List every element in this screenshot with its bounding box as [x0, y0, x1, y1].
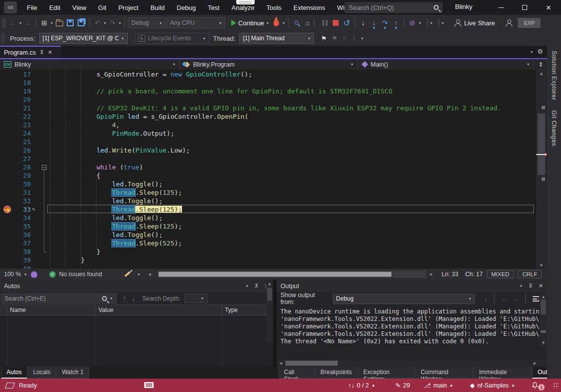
chevron-down-icon[interactable]: ▾ — [361, 36, 364, 41]
branch-selector[interactable]: ⎇ main ▲ — [424, 382, 453, 389]
new-item-dropdown[interactable]: ▾ — [50, 21, 53, 25]
goto-message-button[interactable]: ↓ — [484, 295, 487, 302]
output-vertical-scrollbar[interactable]: ▲ ▼ — [540, 293, 547, 346]
tab-watch-1[interactable]: Watch 1 — [56, 367, 89, 379]
toolbar-overflow[interactable] — [313, 19, 316, 27]
code-line-29[interactable]: 29 { — [0, 171, 536, 180]
toolbar-overflow[interactable] — [426, 19, 429, 27]
search-down-button[interactable]: ↓ — [131, 294, 135, 303]
autos-scrollbar[interactable]: ▲ — [266, 280, 273, 342]
navigate-back-button[interactable]: ← — [8, 17, 18, 29]
continue-dropdown[interactable]: ▾ — [266, 21, 269, 25]
live-share-button[interactable]: Live Share — [453, 17, 496, 29]
code-line-23[interactable]: 23 4, — [0, 121, 536, 129]
pin-icon[interactable]: ⊼ — [255, 283, 259, 289]
scroll-left-icon[interactable]: ◄ — [147, 272, 152, 277]
zoom-dropdown[interactable]: 100 % ▾ — [0, 271, 31, 278]
step-into-button[interactable]: ↓ — [369, 17, 379, 29]
panel-splitter[interactable] — [273, 280, 277, 367]
code-line-31[interactable]: 31 Thread.Sleep(125); — [0, 188, 536, 197]
restart-button[interactable]: ↺ — [342, 17, 352, 29]
menu-tools[interactable]: Tools — [262, 2, 286, 13]
editor-horizontal-scrollbar[interactable] — [158, 271, 426, 278]
repo-selector[interactable]: ◆ nf-Samples ▲ — [470, 382, 515, 389]
configuration-dropdown[interactable]: Debug ▾ — [128, 17, 166, 28]
gear-icon[interactable]: ⚙ — [537, 48, 543, 55]
process-dropdown[interactable]: [1] ESP_WROVER_KIT @ COM10 ▾ — [39, 33, 128, 44]
output-horizontal-scrollbar[interactable]: ◄ ► — [277, 360, 547, 367]
navigate-back-dropdown[interactable]: ▾ — [19, 21, 22, 25]
scroll-right-icon[interactable]: ► — [533, 361, 537, 366]
open-file-button[interactable] — [54, 17, 64, 29]
side-tab-solution-explorer[interactable]: Solution Explorer — [547, 46, 561, 105]
tab-exception-settings[interactable]: Exception Settings — [358, 367, 415, 379]
menu-build[interactable]: Build — [145, 2, 170, 13]
code-line-26[interactable]: 26 led.Write(PinValue.Low); — [0, 146, 536, 155]
step-over-button[interactable]: ↷ — [380, 17, 390, 29]
debug-toolbar-overflow[interactable]: ▾ — [418, 21, 421, 25]
chevron-down-icon[interactable]: ▾ — [441, 21, 444, 25]
platform-dropdown[interactable]: Any CPU ▾ — [167, 17, 225, 28]
scroll-up-icon[interactable]: ▲ — [540, 293, 547, 300]
code-line-36[interactable]: 36 led.Toggle(); — [0, 231, 536, 239]
document-list-dropdown[interactable]: ▾ — [530, 50, 533, 54]
scrollbar-thumb[interactable] — [541, 300, 546, 314]
code-line-39[interactable]: 39 } — [0, 256, 536, 264]
tab-autos[interactable]: Autos — [1, 367, 27, 379]
stop-debugging-button[interactable] — [331, 17, 341, 29]
window-position-dropdown[interactable]: ▾ — [520, 284, 523, 288]
unflag-threads-button[interactable]: ⚐ — [343, 35, 349, 42]
window-position-dropdown[interactable]: ▾ — [246, 284, 249, 288]
sync-status[interactable]: ↑↓ 0 / 2 ▲ — [348, 382, 375, 389]
close-icon[interactable]: ✕ — [539, 283, 543, 289]
code-line-40[interactable]: 40 — [0, 264, 536, 269]
menu-test[interactable]: Test — [203, 2, 225, 13]
scroll-right-icon[interactable]: ► — [429, 272, 434, 277]
output-text-area[interactable]: The nanoDevice runtime is loading the ap… — [277, 305, 547, 359]
tab-program-cs[interactable]: Program.cs ⊼ ✕ — [0, 46, 61, 58]
member-dropdown[interactable]: Main() ▾ — [358, 59, 534, 70]
collapse-toggle[interactable]: − — [42, 165, 47, 170]
find-in-files-button[interactable] — [291, 17, 301, 29]
pin-icon[interactable]: ⊼ — [529, 283, 533, 289]
autos-search-input[interactable]: Search (Ctrl+E) ▾ — [1, 293, 116, 304]
tab-call-stack[interactable]: Call Stack — [279, 367, 314, 379]
code-line-38[interactable]: 38 } — [0, 247, 536, 256]
side-tab-git-changes[interactable]: Git Changes — [547, 105, 561, 151]
code-cleanup-dropdown[interactable]: ▾ — [137, 272, 140, 277]
scrollbar-thumb[interactable] — [538, 113, 545, 175]
lifecycle-events-dropdown[interactable]: ϟ Lifecycle Events ▾ — [135, 33, 209, 44]
code-line-27[interactable]: 27 — [0, 155, 536, 163]
quick-search-input[interactable]: Search (Ctrl+Q) — [345, 2, 443, 13]
menu-view[interactable]: View — [67, 2, 91, 13]
code-editor[interactable]: 17 s_GpioController = new GpioController… — [0, 70, 547, 269]
menu-debug[interactable]: Debug — [172, 2, 200, 13]
encoding-indicator[interactable]: MIXED — [487, 270, 514, 278]
thread-dropdown[interactable]: [1] Main Thread ▾ — [239, 33, 314, 44]
toolbar-overflow[interactable] — [438, 19, 440, 27]
tab-command-window[interactable]: Command Window — [415, 367, 473, 379]
clear-all-icon[interactable] — [533, 296, 539, 302]
code-line-24[interactable]: 24 PinMode.Output); — [0, 129, 536, 138]
scroll-up-icon[interactable]: ▲ — [536, 70, 547, 77]
intellisense-icon[interactable] — [31, 271, 37, 278]
pending-edits-status[interactable]: ✎ 29 — [395, 382, 410, 389]
resize-grip[interactable] — [553, 383, 559, 389]
column-header-value[interactable]: Value — [95, 305, 222, 315]
menu-project[interactable]: Project — [113, 2, 143, 13]
current-statement-breakpoint-icon[interactable] — [3, 206, 11, 213]
scroll-down-icon[interactable]: ▼ — [536, 261, 547, 269]
code-line-17[interactable]: 17 s_GpioController = new GpioController… — [0, 70, 536, 78]
undo-dropdown[interactable]: ▾ — [103, 21, 106, 25]
pause-button[interactable] — [320, 17, 330, 29]
menu-file[interactable]: File — [22, 2, 42, 13]
flagged-threads-only-button[interactable]: ⚑ — [332, 35, 338, 42]
code-line-30[interactable]: 30 led.Toggle(); — [0, 180, 536, 188]
column-header-name[interactable]: Name — [7, 305, 95, 315]
code-line-20[interactable]: 20 — [0, 95, 536, 104]
code-line-21[interactable]: 21 // ESP32 DevKit: 4 is a valid GPIO pi… — [0, 104, 536, 112]
code-line-18[interactable]: 18 — [0, 78, 536, 87]
save-button[interactable] — [65, 17, 75, 29]
pin-icon[interactable]: ⊼ — [40, 49, 44, 56]
tab-breakpoints[interactable]: Breakpoints — [315, 367, 357, 379]
